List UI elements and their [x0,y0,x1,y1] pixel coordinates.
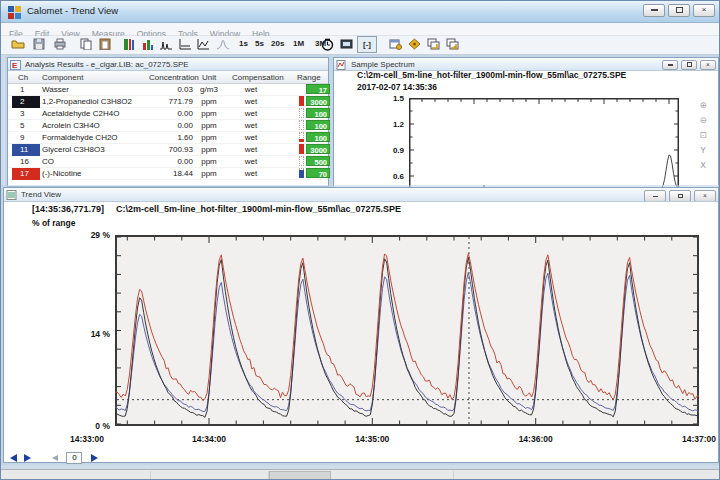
analysis-table-header[interactable]: ChComponentConcentrationUnitCompensation… [8,71,328,84]
cell-unit: g/m3 [194,84,224,96]
column-header-concentration[interactable]: Concentration [149,72,199,83]
cell-component: Acrolein C3H4O [42,120,100,132]
cell-unit: ppm [194,96,224,108]
range-badge: 100 [306,132,330,142]
print-icon[interactable] [51,37,68,53]
table-row-ch-17[interactable]: 17(-)-Nicotine18.44ppmwet70 [8,168,328,180]
window-layout-icon-1[interactable] [387,37,404,53]
paste-icon[interactable] [96,37,113,53]
spectrum-view-icon[interactable] [157,37,174,53]
interval-button-3M[interactable]: 3M [315,39,326,48]
trend-x-tick-label: 14:35:00 [355,434,389,444]
cell-component: Formaldehyde CH2O [42,132,118,144]
snapshot-icon[interactable] [338,37,355,53]
tile-windows-icon[interactable] [444,37,461,53]
spectrum-y-tick-label: 1.2 [382,120,404,129]
zoom-full-icon[interactable]: ⊡ [694,130,712,140]
peak-view-icon[interactable] [214,37,231,53]
table-row-ch-3[interactable]: 3Acetaldehyde C2H4O0.00ppmwet100 [8,108,328,120]
open-icon[interactable] [9,37,26,53]
spectrum-window-icon [336,60,347,70]
interval-button-1M[interactable]: 1M [293,39,304,48]
spectrum-title: Sample Spectrum [351,60,415,69]
cell-concentration: 1.60 [128,132,193,144]
x-axis-button[interactable]: X [694,160,712,170]
trend-y-tick-label: 29 % [80,230,110,240]
spectrum-minimize-button[interactable] [662,60,678,70]
cell-compensation: wet [234,168,268,180]
cell-compensation: wet [234,96,268,108]
scale-toggle-button[interactable]: [-] [357,36,377,53]
cell-channel: 9 [12,132,40,144]
zoom-in-icon[interactable]: ⊕ [694,100,712,110]
spectrum-maximize-button[interactable] [681,60,697,70]
title-bar[interactable]: Calomet - Trend View × [1,1,720,23]
table-row-ch-2[interactable]: 21,2-Propanediol C3H8O2771.79ppmwet3000 [8,96,328,108]
range-badge: 3000 [306,144,330,154]
column-header-compensation[interactable]: Compensation [232,72,284,83]
trend-plot[interactable] [115,235,699,426]
cell-component: Glycerol C3H8O3 [42,144,105,156]
cascade-windows-icon[interactable] [425,37,442,53]
column-header-unit[interactable]: Unit [202,72,216,83]
interval-button-20s[interactable]: 20s [271,39,284,48]
nav-count-input[interactable] [66,452,82,464]
library-icon[interactable] [120,37,137,53]
maximize-button[interactable] [668,4,690,17]
table-row-ch-9[interactable]: 9Formaldehyde CH2O1.60ppmwet100 [8,132,328,144]
trend-close-button[interactable]: × [694,190,716,202]
nav-prev-button[interactable] [52,455,58,461]
cell-component: Wasser [42,84,69,96]
trend-y-tick-label: 14 % [80,329,110,339]
y-axis-button[interactable]: Y [694,145,712,155]
window-layout-icon-2[interactable] [406,37,423,53]
trend-title: Trend View [21,190,61,199]
nav-first-button[interactable] [10,454,17,462]
level-bar [299,132,304,142]
column-header-component[interactable]: Component [42,72,83,83]
trend-window-icon [6,190,17,200]
cell-compensation: wet [234,156,268,168]
copy-icon[interactable] [77,37,94,53]
spectrum-y-tick-label: 1.5 [382,94,404,103]
window-title: Calomet - Trend View [27,5,118,16]
trend-maximize-button[interactable] [669,190,691,202]
trend-title-bar[interactable]: Trend View × [4,188,718,202]
status-bar [1,469,720,480]
spectrum-y-tick-label: 0.9 [382,146,404,155]
trend-minimize-button[interactable] [644,190,666,202]
level-bar [299,108,304,118]
trend-view-icon[interactable] [194,37,211,53]
table-row-ch-1[interactable]: 1Wasser0.03g/m3wet17 [8,84,328,96]
interval-button-5s[interactable]: 5s [255,39,264,48]
interval-button-1s[interactable]: 1s [239,39,248,48]
components-chart-icon[interactable] [139,37,156,53]
minimize-button[interactable] [643,4,665,17]
cell-channel: 1 [12,84,40,96]
baseline-view-icon[interactable] [176,37,193,53]
menu-bar: FileEditViewMeasureOptionsToolsWindowHel… [1,23,720,36]
table-row-ch-11[interactable]: 11Glycerol C3H8O3700.93ppmwet3000 [8,144,328,156]
nav-play-button[interactable] [24,454,31,462]
cell-concentration: 0.00 [128,156,193,168]
cell-channel: 11 [12,144,40,156]
table-row-ch-16[interactable]: 16CO0.00ppmwet500 [8,156,328,168]
range-badge: 70 [306,168,330,178]
zoom-out-icon[interactable]: ⊖ [694,115,712,125]
cell-compensation: wet [234,144,268,156]
spectrum-axis-tools: ⊕ ⊖ ⊡ Y X [694,100,712,175]
cell-concentration: 0.00 [128,120,193,132]
cell-unit: ppm [194,156,224,168]
spectrum-close-button[interactable]: × [700,60,716,70]
nav-next-button[interactable] [91,454,98,462]
range-badge: 100 [306,120,330,130]
column-header-ch[interactable]: Ch [18,72,28,83]
save-icon[interactable] [30,37,47,53]
close-button[interactable]: × [693,4,715,17]
analysis-title-bar[interactable]: E Analysis Results - e_cigar.LIB: ac_072… [8,58,328,71]
column-header-range[interactable]: Range [297,72,321,83]
spectrum-file-path: C:\2m-cell_5m-line_hot-filter_1900ml-min… [357,70,626,80]
svg-text:E: E [12,61,18,70]
table-row-ch-5[interactable]: 5Acrolein C3H4O0.00ppmwet100 [8,120,328,132]
cell-compensation: wet [234,108,268,120]
